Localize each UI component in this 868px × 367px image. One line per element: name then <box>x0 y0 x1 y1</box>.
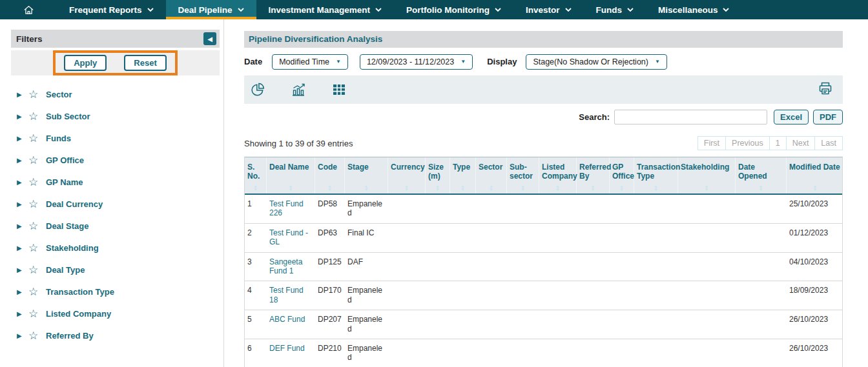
expand-arrow-icon[interactable]: ▶ <box>11 223 28 230</box>
favorite-star-icon[interactable]: ☆ <box>28 133 46 144</box>
column-header-code[interactable]: Code ▲▼ <box>315 157 345 193</box>
display-dropdown[interactable]: Stage(No Shadow Or Rejection) ▼ <box>526 54 666 70</box>
expand-arrow-icon[interactable]: ▶ <box>11 266 28 273</box>
cell-deal-name[interactable]: Sangeeta Fund 1 <box>267 253 315 281</box>
date-range-dropdown[interactable]: 12/09/2023 - 11/12/2023 ▼ <box>360 54 473 70</box>
favorite-star-icon[interactable]: ☆ <box>28 286 46 297</box>
cell-deal-name[interactable]: Test Fund 18 <box>267 281 315 310</box>
pie-chart-view-icon[interactable] <box>250 82 265 97</box>
column-header-sub-sector[interactable]: Sub-sector ▲▼ <box>507 157 539 193</box>
nav-item-funds[interactable]: Funds <box>584 0 646 19</box>
date-mode-dropdown[interactable]: Modified Time ▼ <box>272 54 348 70</box>
cell-code: DP125 <box>315 253 345 281</box>
column-header-type[interactable]: Type ▲▼ <box>450 157 476 193</box>
print-button[interactable] <box>818 81 833 99</box>
pdf-export-button[interactable]: PDF <box>813 110 843 124</box>
sidebar-item-listed-company[interactable]: ▶ ☆ Listed Company <box>11 303 220 324</box>
home-button[interactable] <box>0 0 57 19</box>
favorite-star-icon[interactable]: ☆ <box>28 177 46 188</box>
column-header-modified-date[interactable]: Modified Date ▲▼ <box>787 157 843 193</box>
nav-item-deal-pipeline[interactable]: Deal Pipeline <box>166 0 256 19</box>
column-header-stage[interactable]: Stage ▲▼ <box>345 157 388 193</box>
column-header-currency[interactable]: Currency ▲▼ <box>388 157 426 193</box>
column-header-referred-by[interactable]: Referred By ▲▼ <box>577 157 610 193</box>
cell-deal-name[interactable]: ABC Fund <box>267 310 315 339</box>
sidebar-item-stakeholding[interactable]: ▶ ☆ Stakeholding <box>11 237 220 259</box>
favorite-star-icon[interactable]: ☆ <box>28 155 46 166</box>
pagination-first[interactable]: First <box>698 136 726 150</box>
pagination-previous[interactable]: Previous <box>725 136 770 150</box>
cell-size-m <box>426 224 450 252</box>
column-header-stakeholding[interactable]: Stakeholding ▲▼ <box>678 157 736 193</box>
sidebar-item-deal-stage[interactable]: ▶ ☆ Deal Stage <box>11 215 220 237</box>
sidebar-item-sector[interactable]: ▶ ☆ Sector <box>11 83 220 105</box>
sidebar-item-sub-sector[interactable]: ▶ ☆ Sub Sector <box>11 105 220 127</box>
column-header-transaction-type[interactable]: Transaction Type ▲▼ <box>634 157 678 193</box>
cell-currency <box>388 339 426 367</box>
expand-arrow-icon[interactable]: ▶ <box>11 91 28 98</box>
cell-date-opened <box>736 195 787 223</box>
table-view-icon[interactable] <box>331 82 347 97</box>
excel-export-button[interactable]: Excel <box>774 110 809 124</box>
nav-item-frequent-reports[interactable]: Frequent Reports <box>57 0 166 19</box>
nav-item-investment-management[interactable]: Investment Management <box>256 0 395 19</box>
cell-deal-name[interactable]: DEF Fund <box>267 339 315 367</box>
cell-transaction-type <box>634 339 678 367</box>
expand-arrow-icon[interactable]: ▶ <box>11 157 28 164</box>
cell-type <box>450 195 476 223</box>
expand-arrow-icon[interactable]: ▶ <box>11 113 28 120</box>
sort-icon: ▲▼ <box>705 184 709 191</box>
cell-modified-date: 26/10/2023 <box>787 310 843 339</box>
annotation-highlight-box: Apply Reset <box>53 50 178 75</box>
pagination-next[interactable]: Next <box>786 136 816 150</box>
sidebar-item-funds[interactable]: ▶ ☆ Funds <box>11 127 220 149</box>
sort-icon: ▲▼ <box>759 184 763 191</box>
column-header-date-opened[interactable]: Date Opened ▲▼ <box>736 157 787 193</box>
cell-stage: DAF <box>345 253 388 281</box>
cell-deal-name[interactable]: Test Fund 226 <box>267 195 315 223</box>
expand-arrow-icon[interactable]: ▶ <box>11 244 28 252</box>
reset-button[interactable]: Reset <box>124 55 166 71</box>
pagination-last[interactable]: Last <box>814 136 843 150</box>
pagination-1[interactable]: 1 <box>769 136 787 150</box>
sidebar-item-gp-office[interactable]: ▶ ☆ GP Office <box>11 149 220 171</box>
favorite-star-icon[interactable]: ☆ <box>28 89 46 100</box>
favorite-star-icon[interactable]: ☆ <box>28 308 46 319</box>
sidebar-item-gp-name[interactable]: ▶ ☆ GP Name <box>11 171 220 193</box>
column-header-deal-name[interactable]: Deal Name ▲▼ <box>267 157 315 193</box>
column-header-sector[interactable]: Sector ▲▼ <box>476 157 507 193</box>
filters-sidebar: Filters ◀ Apply Reset ▶ ☆ Sector ▶ ☆ Sub… <box>0 19 224 367</box>
favorite-star-icon[interactable]: ☆ <box>28 199 46 210</box>
nav-item-portfolio-monitoring[interactable]: Portfolio Monitoring <box>394 0 513 19</box>
expand-arrow-icon[interactable]: ▶ <box>11 135 28 142</box>
favorite-star-icon[interactable]: ☆ <box>28 243 46 253</box>
expand-arrow-icon[interactable]: ▶ <box>11 288 28 295</box>
column-header-gp-office[interactable]: GP Office ▲▼ <box>610 157 634 193</box>
nav-item-investor[interactable]: Investor <box>513 0 584 19</box>
favorite-star-icon[interactable]: ☆ <box>28 264 46 275</box>
column-header-s-no[interactable]: S. No. ▲▼ <box>245 157 267 193</box>
column-header-listed-company[interactable]: Listed Company ▲▼ <box>539 157 577 193</box>
expand-arrow-icon[interactable]: ▶ <box>11 310 28 317</box>
sidebar-item-referred-by[interactable]: ▶ ☆ Referred By <box>11 324 220 346</box>
column-header-label: Referred By <box>579 163 606 181</box>
favorite-star-icon[interactable]: ☆ <box>28 221 46 232</box>
cell-deal-name[interactable]: Test Fund - GL <box>267 224 315 252</box>
favorite-star-icon[interactable]: ☆ <box>28 111 46 122</box>
sidebar-item-deal-currency[interactable]: ▶ ☆ Deal Currency <box>11 193 220 215</box>
favorite-star-icon[interactable]: ☆ <box>28 330 46 341</box>
chevron-down-icon <box>723 8 729 12</box>
cell-referred-by <box>577 224 610 252</box>
sidebar-item-deal-type[interactable]: ▶ ☆ Deal Type <box>11 259 220 281</box>
sidebar-collapse-button[interactable]: ◀ <box>203 32 216 45</box>
nav-item-miscellaneous[interactable]: Miscellaneous <box>646 0 741 19</box>
sidebar-item-transaction-type[interactable]: ▶ ☆ Transaction Type <box>11 281 220 303</box>
column-header-size-m[interactable]: Size (m) ▲▼ <box>426 157 450 193</box>
bar-chart-view-icon[interactable] <box>291 82 306 97</box>
search-input[interactable] <box>614 110 767 124</box>
expand-arrow-icon[interactable]: ▶ <box>11 201 28 208</box>
filter-item-label: Deal Stage <box>46 221 88 231</box>
expand-arrow-icon[interactable]: ▶ <box>11 332 28 339</box>
expand-arrow-icon[interactable]: ▶ <box>11 179 28 186</box>
apply-button[interactable]: Apply <box>64 55 107 71</box>
